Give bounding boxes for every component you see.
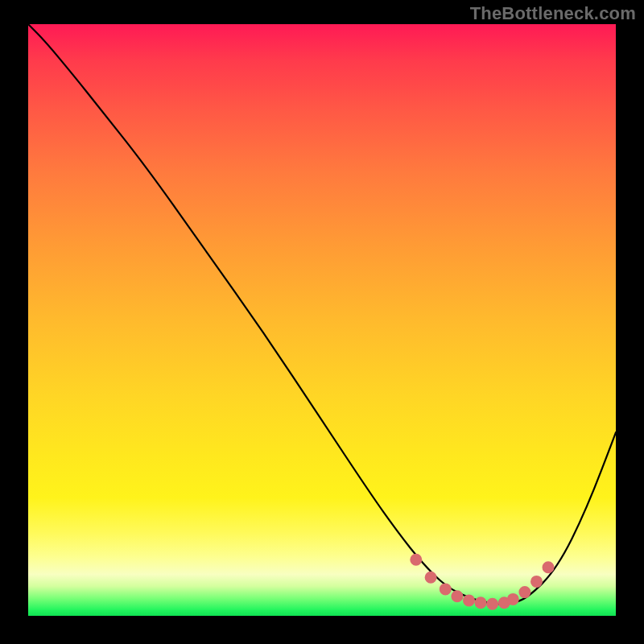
optimal-range-dot [543, 562, 554, 572]
optimal-range-dot [519, 587, 530, 597]
optimal-range-dot [411, 555, 421, 565]
optimal-range-dot [426, 572, 436, 583]
optimal-range-dot [452, 591, 462, 601]
optimal-range-dot [440, 584, 451, 594]
optimal-range-dots [411, 555, 553, 609]
watermark-text: TheBottleneck.com [470, 3, 636, 24]
optimal-range-dot [464, 595, 474, 605]
chart-container: TheBottleneck.com [0, 0, 644, 644]
optimal-range-dot [487, 599, 497, 609]
optimal-range-dot [508, 594, 518, 605]
plot-overlay [28, 24, 616, 616]
optimal-range-dot [531, 576, 542, 587]
optimal-range-dot [476, 597, 486, 608]
bottleneck-curve [28, 24, 616, 604]
